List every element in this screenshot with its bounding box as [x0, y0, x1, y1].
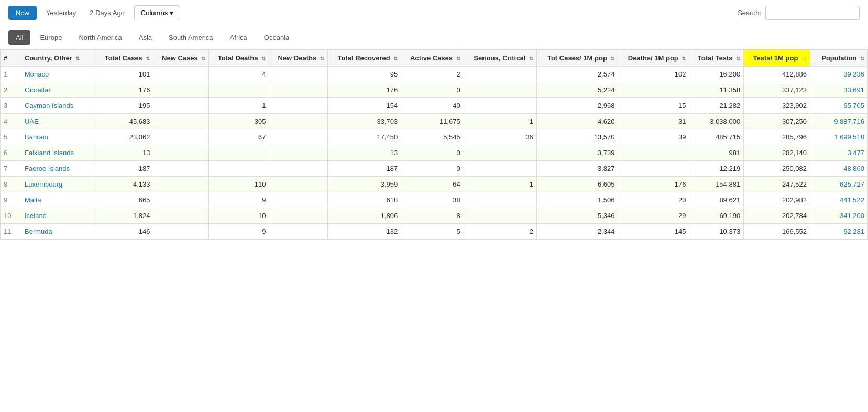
country-link[interactable]: Iceland: [25, 212, 47, 220]
population-link[interactable]: 3,477: [847, 149, 864, 157]
cell-total-tests: 981: [689, 145, 744, 161]
cell-num: 5: [1, 129, 21, 145]
cell-tests-1m: 285,796: [744, 129, 810, 145]
columns-button[interactable]: Columns ▾: [134, 5, 180, 20]
country-link[interactable]: Malta: [25, 196, 41, 204]
cell-population: 39,236: [810, 67, 867, 82]
cell-num: 9: [1, 192, 21, 208]
tab-all[interactable]: All: [8, 30, 30, 45]
cell-serious-critical: [464, 161, 536, 177]
cell-active-cases: 40: [401, 98, 464, 114]
country-link[interactable]: Cayman Islands: [25, 102, 73, 110]
population-link[interactable]: 33,691: [843, 86, 864, 94]
yesterday-button[interactable]: Yesterday: [42, 6, 80, 20]
col-tot-cases-1m[interactable]: Tot Cases/ 1M pop ⇅: [536, 50, 618, 67]
cell-population: 341,200: [810, 208, 867, 224]
col-new-cases[interactable]: New Cases ⇅: [153, 50, 209, 67]
cell-deaths-1m: 176: [618, 177, 689, 192]
sort-icon-new-deaths: ⇅: [320, 56, 324, 61]
country-link[interactable]: Gibraltar: [25, 86, 51, 94]
tab-europe[interactable]: Europe: [32, 30, 69, 45]
cell-num: 4: [1, 114, 21, 129]
cell-deaths-1m: [618, 161, 689, 177]
cell-deaths-1m: 15: [618, 98, 689, 114]
cell-country: Malta: [21, 192, 96, 208]
population-link[interactable]: 9,887,716: [834, 117, 864, 125]
col-total-recovered[interactable]: Total Recovered ⇅: [327, 50, 401, 67]
cell-new-cases: [153, 177, 209, 192]
cell-new-deaths: [269, 145, 327, 161]
cell-new-cases: [153, 67, 209, 82]
population-link[interactable]: 441,522: [840, 196, 864, 204]
cell-total-tests: 10,373: [689, 224, 744, 240]
cell-tests-1m: 247,522: [744, 177, 810, 192]
cell-new-deaths: [269, 224, 327, 240]
tab-south-america[interactable]: South America: [161, 30, 221, 45]
cell-new-deaths: [269, 98, 327, 114]
country-link[interactable]: Monaco: [25, 70, 49, 78]
cell-new-deaths: [269, 208, 327, 224]
population-link[interactable]: 39,236: [843, 70, 864, 78]
cell-total-cases: 187: [96, 161, 153, 177]
country-link[interactable]: Bermuda: [25, 227, 52, 235]
sort-icon-country: ⇅: [75, 56, 80, 61]
cell-num: 2: [1, 82, 21, 98]
tab-north-america[interactable]: North America: [71, 30, 129, 45]
cell-tests-1m: 202,784: [744, 208, 810, 224]
now-button[interactable]: Now: [8, 6, 37, 20]
sort-icon-total-tests: ⇅: [736, 56, 740, 61]
population-link[interactable]: 65,705: [843, 102, 864, 110]
cell-tot-cases-1m: 2,574: [536, 67, 618, 82]
tab-oceania[interactable]: Oceania: [257, 30, 296, 45]
tab-asia[interactable]: Asia: [131, 30, 159, 45]
cell-total-recovered: 154: [327, 98, 401, 114]
col-serious-critical[interactable]: Serious, Critical ⇅: [464, 50, 536, 67]
sort-icon-serious-critical: ⇅: [529, 56, 533, 61]
cell-country: Bermuda: [21, 224, 96, 240]
col-total-deaths[interactable]: Total Deaths ⇅: [209, 50, 269, 67]
cell-serious-critical: [464, 67, 536, 82]
country-link[interactable]: Falkland Islands: [25, 149, 74, 157]
cell-tests-1m: 250,082: [744, 161, 810, 177]
col-tests-1m[interactable]: Tests/ 1M pop ↓↑: [744, 50, 810, 67]
country-link[interactable]: UAE: [25, 117, 39, 125]
cell-total-deaths: 10: [209, 208, 269, 224]
cell-total-recovered: 17,450: [327, 129, 401, 145]
col-total-cases[interactable]: Total Cases ⇅: [96, 50, 153, 67]
country-link[interactable]: Luxembourg: [25, 180, 62, 188]
col-country[interactable]: Country, Other ⇅: [21, 50, 96, 67]
cell-deaths-1m: 20: [618, 192, 689, 208]
cell-total-tests: 69,190: [689, 208, 744, 224]
table-row: 3 Cayman Islands 195 1 154 40 2,968 15 2…: [1, 98, 868, 114]
cell-serious-critical: 36: [464, 129, 536, 145]
col-active-cases[interactable]: Active Cases ⇅: [401, 50, 464, 67]
population-link[interactable]: 48,860: [843, 165, 864, 172]
col-new-deaths[interactable]: New Deaths ⇅: [269, 50, 327, 67]
population-link[interactable]: 341,200: [840, 212, 864, 220]
population-link[interactable]: 62,281: [843, 227, 864, 235]
cell-active-cases: 2: [401, 67, 464, 82]
cell-total-deaths: 1: [209, 98, 269, 114]
table-row: 10 Iceland 1,824 10 1,806 8 5,346 29 69,…: [1, 208, 868, 224]
population-link[interactable]: 1,699,518: [834, 133, 864, 141]
search-input[interactable]: [765, 6, 860, 20]
tab-africa[interactable]: Africa: [223, 30, 255, 45]
cell-country: Gibraltar: [21, 82, 96, 98]
cell-total-tests: 12,219: [689, 161, 744, 177]
two-days-ago-button[interactable]: 2 Days Ago: [85, 6, 129, 20]
cell-total-cases: 4,133: [96, 177, 153, 192]
col-deaths-1m[interactable]: Deaths/ 1M pop ⇅: [618, 50, 689, 67]
cell-tot-cases-1m: 2,344: [536, 224, 618, 240]
table-row: 2 Gibraltar 176 176 0 5,224 11,358 337,1…: [1, 82, 868, 98]
country-link[interactable]: Bahrain: [25, 133, 48, 141]
col-population[interactable]: Population ⇅: [810, 50, 867, 67]
cell-serious-critical: [464, 208, 536, 224]
table-row: 11 Bermuda 146 9 132 5 2 2,344 145 10,37…: [1, 224, 868, 240]
population-link[interactable]: 625,727: [840, 180, 864, 188]
cell-active-cases: 8: [401, 208, 464, 224]
cell-num: 7: [1, 161, 21, 177]
col-total-tests[interactable]: Total Tests ⇅: [689, 50, 744, 67]
country-link[interactable]: Faeroe Islands: [25, 165, 70, 172]
cell-new-cases: [153, 98, 209, 114]
cell-new-deaths: [269, 177, 327, 192]
